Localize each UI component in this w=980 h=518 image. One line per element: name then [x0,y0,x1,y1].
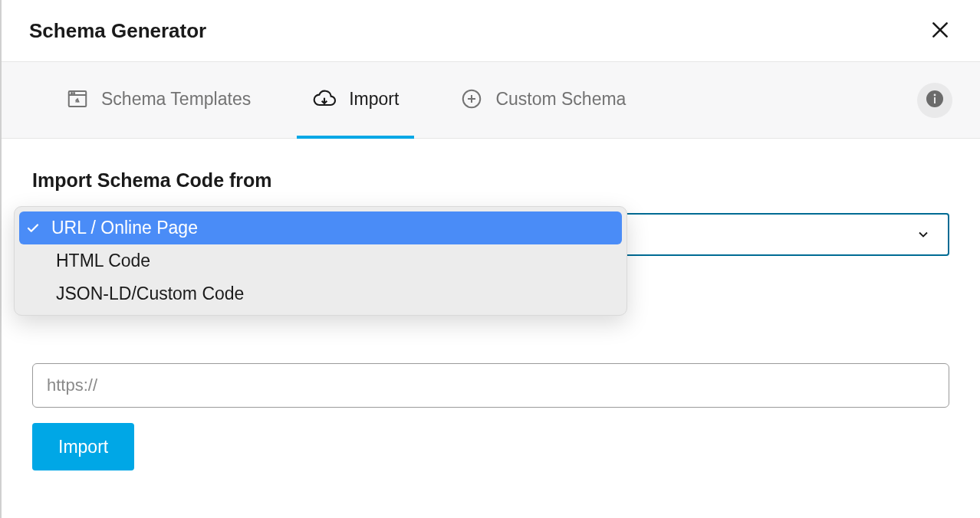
tabs-bar: Schema Templates Import Custom Schema [2,62,980,139]
option-label: URL / Online Page [51,218,198,238]
close-icon [930,20,950,42]
dropdown-option-url[interactable]: URL / Online Page [19,211,622,244]
svg-point-5 [74,93,74,93]
dropdown-option-html[interactable]: HTML Code [15,244,626,277]
import-button[interactable]: Import [32,423,134,470]
tab-label: Custom Schema [495,89,626,110]
tab-label: Schema Templates [101,89,251,110]
modal-header: Schema Generator [2,0,980,62]
tab-import[interactable]: Import [297,63,414,139]
modal-title: Schema Generator [29,19,206,43]
tab-schema-templates[interactable]: Schema Templates [51,63,266,139]
close-button[interactable] [928,18,952,43]
chevron-down-icon [916,227,931,242]
plus-circle-icon [460,87,483,110]
check-icon [24,221,42,235]
info-button[interactable] [917,83,952,118]
svg-point-12 [934,94,936,97]
dropdown-option-jsonld[interactable]: JSON-LD/Custom Code [15,277,626,310]
schema-generator-modal: Schema Generator Schema Templates Import… [0,0,980,518]
svg-point-4 [71,93,72,93]
section-title: Import Schema Code from [32,169,949,192]
option-label: HTML Code [56,251,150,271]
info-icon [926,90,944,110]
import-panel: Import Schema Code from URL / Online Pag… [2,139,980,470]
import-source-dropdown: URL / Online Page HTML Code JSON-LD/Cust… [14,206,627,316]
url-input[interactable] [32,363,949,408]
tab-label: Import [349,89,399,110]
svg-rect-11 [934,97,936,103]
option-label: JSON-LD/Custom Code [56,284,244,304]
template-icon [66,87,89,110]
cloud-download-icon [312,87,337,111]
tab-custom-schema[interactable]: Custom Schema [445,63,641,139]
